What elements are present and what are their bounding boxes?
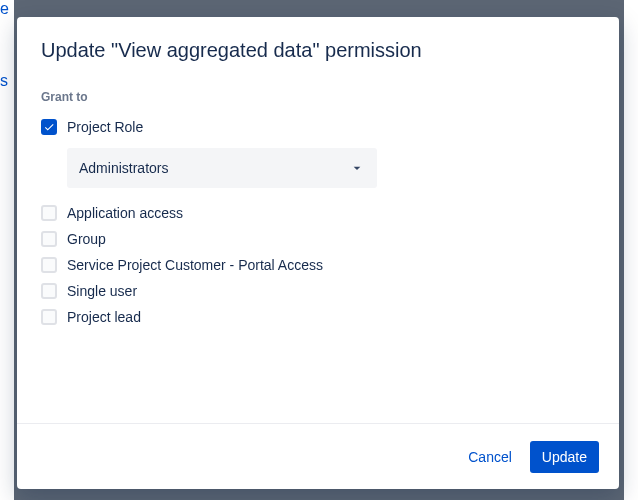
option-group[interactable]: Group (41, 226, 595, 252)
checkbox-project-role[interactable] (41, 119, 57, 135)
option-label: Single user (67, 283, 137, 299)
option-single-user[interactable]: Single user (41, 278, 595, 304)
checkbox-project-lead[interactable] (41, 309, 57, 325)
select-value: Administrators (79, 160, 168, 176)
option-label: Service Project Customer - Portal Access (67, 257, 323, 273)
dialog-title: Update "View aggregated data" permission (41, 39, 595, 62)
dialog-footer: Cancel Update (17, 423, 619, 489)
option-project-lead[interactable]: Project lead (41, 304, 595, 330)
option-label: Application access (67, 205, 183, 221)
check-icon (44, 122, 54, 132)
option-label: Project lead (67, 309, 141, 325)
checkbox-group[interactable] (41, 231, 57, 247)
background-fragment-left: es (0, 0, 14, 500)
option-label: Project Role (67, 119, 143, 135)
cancel-button[interactable]: Cancel (456, 441, 524, 473)
dialog-body: Update "View aggregated data" permission… (17, 17, 619, 423)
option-application-access[interactable]: Application access (41, 200, 595, 226)
project-role-select-wrap: Administrators (67, 148, 377, 188)
checkbox-application-access[interactable] (41, 205, 57, 221)
grant-to-options: Project Role Administrators Application … (41, 114, 595, 330)
modal-backdrop: es Update "View aggregated data" permiss… (0, 0, 638, 500)
option-label: Group (67, 231, 106, 247)
option-service-project-customer[interactable]: Service Project Customer - Portal Access (41, 252, 595, 278)
option-project-role[interactable]: Project Role (41, 114, 595, 140)
background-fragment-right (624, 0, 638, 500)
update-button[interactable]: Update (530, 441, 599, 473)
grant-to-label: Grant to (41, 90, 595, 104)
checkbox-service-project-customer[interactable] (41, 257, 57, 273)
project-role-select[interactable]: Administrators (67, 148, 377, 188)
update-permission-dialog: Update "View aggregated data" permission… (17, 17, 619, 489)
chevron-down-icon (349, 160, 365, 176)
checkbox-single-user[interactable] (41, 283, 57, 299)
